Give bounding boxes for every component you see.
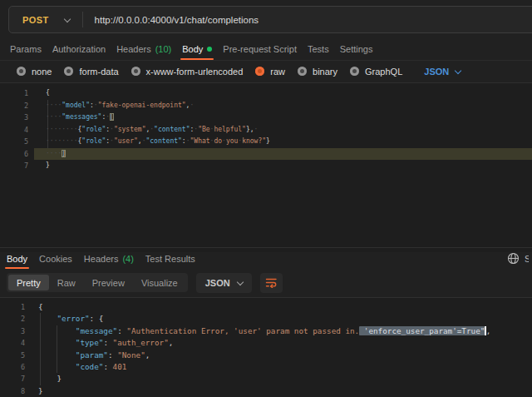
language-chevron-down-icon <box>236 278 243 285</box>
response-tabs: BodyCookiesHeaders(4)Test ResultsS <box>0 247 532 269</box>
view-pretty[interactable]: Pretty <box>8 275 49 290</box>
body-mode-graphql[interactable]: GraphQL <box>350 67 402 77</box>
mode-label: form-data <box>79 67 118 77</box>
radio-button-icon[interactable] <box>64 67 73 76</box>
radio-button-icon[interactable] <box>17 67 26 76</box>
code-line: 3 "message": "Authentication Error, 'use… <box>0 325 532 337</box>
tab-tests[interactable]: Tests <box>308 38 329 60</box>
tab-label: Body <box>182 44 203 54</box>
response-view-switcher: PrettyRawPreviewVisualize <box>7 273 188 292</box>
tab-pre-request-script[interactable]: Pre-request Script <box>223 38 297 60</box>
tab-headers[interactable]: Headers(10) <box>116 38 171 60</box>
view-visualize[interactable]: Visualize <box>133 275 186 290</box>
tab-label: Settings <box>340 44 373 54</box>
code-token: "Be <box>198 126 209 133</box>
code-token: "What <box>190 137 210 145</box>
body-mode-x-www-form-urlencoded[interactable]: x-www-form-urlencoded <box>131 67 244 77</box>
code-token: "type" <box>76 338 104 347</box>
tab-label: Tests <box>308 44 329 54</box>
method-chevron-down-icon[interactable] <box>63 15 70 22</box>
code-token <box>38 314 57 323</box>
radio-button-icon[interactable] <box>298 67 307 76</box>
mode-label: GraphQL <box>365 67 402 77</box>
code-token: "content" <box>145 137 181 145</box>
code-text: "param": "None", <box>25 350 150 361</box>
tab-test-results[interactable]: Test Results <box>145 248 195 269</box>
radio-button-icon[interactable] <box>350 67 359 76</box>
code-token: "error" <box>57 314 89 323</box>
method-label[interactable]: POST <box>22 15 49 25</box>
line-number: 2 <box>0 100 28 112</box>
code-token: · <box>254 126 259 133</box>
clipped-status-text: S <box>525 254 529 264</box>
code-token <box>38 350 76 360</box>
code-text: ····"model":·"fake-openai-endpoint",· <box>28 100 194 112</box>
line-number: 3 <box>0 112 28 124</box>
url-input[interactable]: http://0.0.0.0:4000/v1/chat/completions <box>95 15 259 25</box>
code-token: { <box>38 302 43 311</box>
code-token: ········ <box>46 126 78 133</box>
code-line: 1{ <box>0 301 532 313</box>
code-text: { <box>28 87 50 100</box>
body-language-label: JSON <box>424 67 449 77</box>
code-token: : <box>108 350 117 360</box>
tab-label: Pre-request Script <box>223 44 297 54</box>
code-token: ···· <box>46 113 62 121</box>
code-line: 5 "param": "None", <box>0 350 532 361</box>
tab-label: Headers <box>116 44 151 54</box>
code-token: , <box>145 350 150 360</box>
code-text: "type": "auth_error", <box>25 337 173 349</box>
body-mode-binary[interactable]: binary <box>298 67 337 77</box>
tab-count-badge: (10) <box>155 44 172 54</box>
code-line: 1{ <box>0 87 532 100</box>
view-raw[interactable]: Raw <box>49 275 84 290</box>
line-number: 2 <box>0 313 25 325</box>
body-mode-none[interactable]: none <box>17 67 52 77</box>
code-token: : <box>103 338 112 347</box>
tab-label: Params <box>10 44 42 54</box>
tab-params[interactable]: Params <box>10 38 42 60</box>
radio-button-icon[interactable] <box>131 67 140 76</box>
code-token: "code" <box>76 362 104 371</box>
tab-headers[interactable]: Headers(4) <box>84 248 134 269</box>
code-token <box>38 326 76 335</box>
wrap-lines-button[interactable] <box>260 273 283 293</box>
request-body-editor[interactable]: 1{2····"model":·"fake-openai-endpoint",·… <box>0 82 532 252</box>
radio-button-icon[interactable] <box>255 67 264 76</box>
code-line: 2····"model":·"fake-openai-endpoint",· <box>0 100 532 112</box>
tab-label: Authorization <box>52 44 106 54</box>
response-body-editor[interactable]: 1{2 "error": {3 "message": "Authenticati… <box>0 297 532 397</box>
code-token: , <box>486 326 491 335</box>
postman-window: POST http://0.0.0.0:4000/v1/chat/complet… <box>0 0 532 397</box>
code-text: "message": "Authentication Error, 'user'… <box>25 325 490 337</box>
view-preview[interactable]: Preview <box>84 275 133 290</box>
line-number: 6 <box>0 361 25 373</box>
body-language-selector[interactable]: JSON <box>424 67 461 77</box>
code-token: 401 <box>113 362 127 371</box>
globe-icon[interactable] <box>507 252 520 265</box>
code-token: · <box>190 102 194 109</box>
code-token: "fake-openai-endpoint" <box>98 102 186 109</box>
mode-label: binary <box>313 67 337 77</box>
code-token: "message" <box>76 326 117 335</box>
unsaved-changes-dot-icon <box>207 47 212 52</box>
code-line: 6····] <box>0 148 532 161</box>
tab-body[interactable]: Body <box>7 248 27 269</box>
code-line: 8} <box>0 385 532 397</box>
tab-settings[interactable]: Settings <box>340 38 373 60</box>
tab-body[interactable]: Body <box>182 38 212 60</box>
code-text: "error": { <box>25 313 103 325</box>
body-mode-raw[interactable]: raw <box>255 67 285 77</box>
code-line: 2 "error": { <box>0 313 532 325</box>
code-line: 4 "type": "auth_error", <box>0 337 532 349</box>
body-mode-form-data[interactable]: form-data <box>64 67 118 77</box>
line-number: 1 <box>0 301 25 313</box>
response-language-selector[interactable]: JSON <box>196 273 252 293</box>
code-token: do <box>214 137 222 145</box>
code-text: { <box>25 301 43 313</box>
tab-authorization[interactable]: Authorization <box>52 38 106 60</box>
code-token: } <box>38 374 62 383</box>
tab-cookies[interactable]: Cookies <box>39 248 72 269</box>
code-token: { <box>46 89 50 97</box>
code-line: 3····"messages":·[ <box>0 112 532 124</box>
